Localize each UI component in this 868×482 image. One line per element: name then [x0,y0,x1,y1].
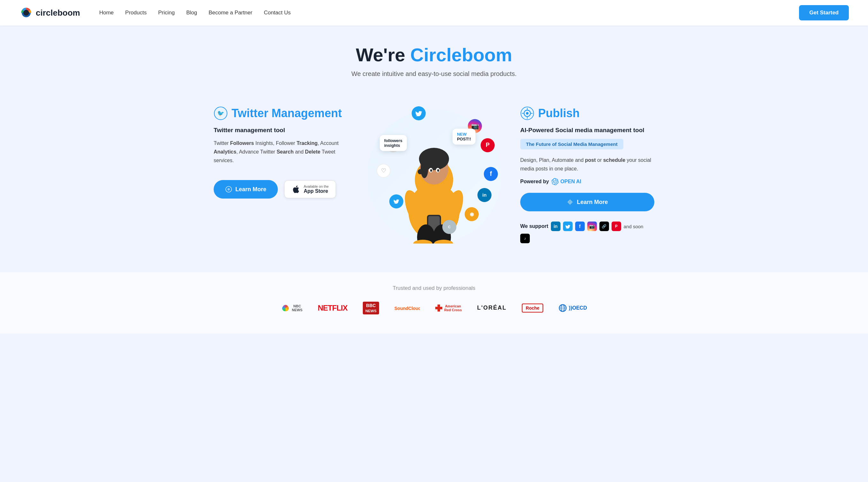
svg-point-25 [526,112,529,115]
bbc-logo: BBCNEWS [363,302,379,314]
svg-text:🐦: 🐦 [217,110,224,117]
svg-text:SoundCloud: SoundCloud [394,306,420,311]
openai-badge: OPEN AI [552,178,581,185]
app-store-label-small: Available on the [304,185,329,188]
float-heart-icon: ♡ [376,164,391,178]
nav-home[interactable]: Home [99,9,114,16]
right-panel-desc: Design, Plan, Automate and post or sched… [520,156,654,173]
support-twitter [563,222,572,231]
left-panel-title-row: 🐦 Twitter Management [214,106,348,120]
nav-blog[interactable]: Blog [186,9,197,16]
publish-icon [520,106,534,120]
nbc-label: NBCNEWS [292,304,303,312]
loreal-logo: L'ORÉAL [477,304,506,311]
right-panel-title: Publish [538,107,580,120]
nav-partner[interactable]: Become a Partner [209,9,252,16]
left-panel-desc: Twitter Followers Insights, Follower Tra… [214,139,348,165]
twitter-btn-icon [225,186,232,193]
nbc-logo: NBCNEWS [281,303,303,313]
hero-subtitle: We create intuitive and easy-to-use soci… [6,70,862,77]
float-twitter-icon-1 [412,106,426,120]
svg-point-9 [421,159,428,178]
support-facebook: f [575,222,585,231]
twitter-management-icon: 🐦 [214,106,228,120]
float-rss-icon: ◉ [465,207,479,221]
netflix-label: NETFLIX [318,303,347,313]
support-threads: 🔗 [599,222,609,231]
circleboom-logo-icon [19,6,33,20]
trusted-title: Trusted and used by professionals [19,285,849,291]
soundcloud-icon: SoundCloud [394,303,420,313]
float-pinterest-icon: P [480,138,495,152]
bbc-label: BBCNEWS [363,302,379,314]
publish-learn-more-label: Learn More [577,199,608,205]
float-linkedin-icon: in [477,188,492,202]
hero-section: We're Circleboom We create intuitive and… [0,26,868,90]
powered-by-row: Powered by OPEN AI [520,178,654,185]
logo-link[interactable]: circleboom [19,6,80,20]
oecd-logo: ))OECD [559,304,587,312]
oecd-label: ))OECD [569,305,587,311]
svg-point-12 [430,169,432,172]
hero-title-brand: Circleboom [410,44,512,65]
hero-heading: We're Circleboom [6,45,862,65]
twitter-learn-more-label: Learn More [235,186,266,193]
float-twitter-icon-2 [389,194,403,208]
new-post-card: NEWPOST!! [453,129,475,144]
logo-text: circleboom [36,8,80,18]
main-content: 🐦 Twitter Management Twitter management … [194,90,674,272]
future-badge: The Future of Social Media Management [520,139,623,150]
openai-label: OPEN AI [560,179,581,185]
support-linkedin: in [551,222,560,231]
followers-card: followersinsights [380,135,407,151]
support-row: We support in f 📷 🔗 P and soon ♪ [520,222,654,243]
nav-contact[interactable]: Contact Us [264,9,290,16]
and-soon-label: and soon [624,224,644,229]
powered-by-label: Powered by [520,179,549,185]
nbc-peacock-icon [281,303,290,313]
main-nav: Home Products Pricing Blog Become a Part… [99,9,799,16]
trusted-section: Trusted and used by professionals NBCNEW… [0,272,868,333]
roche-label: Roche [522,303,543,313]
float-circleboom-icon: C [442,220,456,234]
app-store-label-big: App Store [304,188,329,194]
right-panel-title-row: Publish [520,106,654,120]
loreal-label: L'ORÉAL [477,304,506,311]
roche-logo: Roche [522,303,543,313]
publish-btn-icon [566,198,574,205]
publish-panel: Publish AI-Powered Social media manageme… [507,100,654,250]
hero-title-plain: We're [356,44,410,65]
support-tiktok: ♪ [520,234,530,243]
left-panel-title: Twitter Management [231,107,342,120]
float-facebook-icon: f [484,167,498,181]
redcross-label: AmericanRed Cross [444,304,462,312]
svg-rect-30 [435,307,442,309]
header: circleboom Home Products Pricing Blog Be… [0,0,868,26]
svg-point-27 [569,201,571,203]
twitter-learn-more-button[interactable]: Learn More [214,180,278,198]
soundcloud-logo: SoundCloud [394,303,420,313]
nav-products[interactable]: Products [125,9,147,16]
center-illustration: 📷 P f in ◉ C ♡ ⟲ followersinsights NEWPO… [361,100,507,253]
left-panel-buttons: Learn More Available on the App Store [214,180,348,198]
openai-icon [552,178,559,185]
apple-icon [291,185,301,194]
left-panel-subtitle: Twitter management tool [214,127,348,134]
app-store-button[interactable]: Available on the App Store [284,180,336,198]
support-pinterest: P [612,222,621,231]
redcross-icon [435,304,442,312]
twitter-management-panel: 🐦 Twitter Management Twitter management … [214,100,361,205]
netflix-logo: NETFLIX [318,303,347,313]
get-started-button[interactable]: Get Started [799,5,849,21]
brand-logos-row: NBCNEWS NETFLIX BBCNEWS SoundCloud Ameri… [19,302,849,314]
oecd-globe-icon [559,304,567,312]
app-store-text: Available on the App Store [304,185,329,194]
svg-point-14 [418,169,423,174]
support-label: We support [520,223,548,229]
right-panel-subtitle: AI-Powered Social media management tool [520,127,654,134]
redcross-logo: AmericanRed Cross [435,304,462,312]
nav-pricing[interactable]: Pricing [158,9,175,16]
publish-learn-more-button[interactable]: Learn More [520,193,654,211]
svg-point-13 [437,169,439,172]
support-instagram: 📷 [587,222,597,231]
